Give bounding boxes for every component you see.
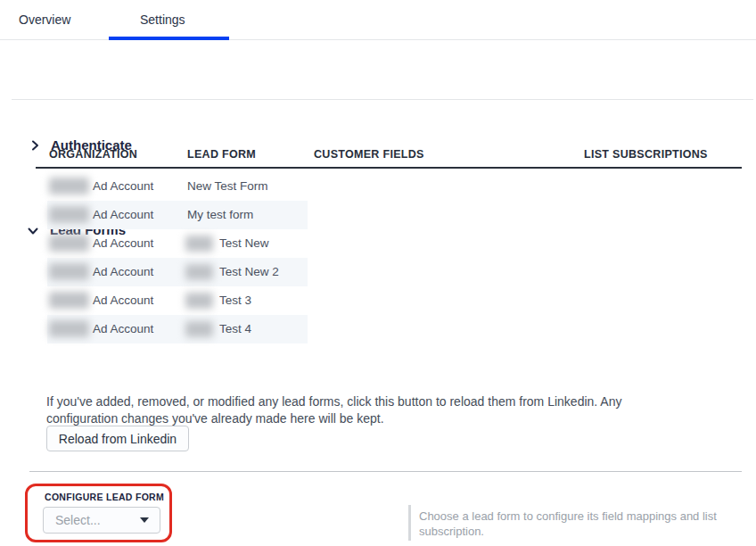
footer-divider — [29, 471, 742, 472]
organization-cell: Ad Account — [93, 258, 153, 286]
lead-form-cell: Test 3 — [219, 286, 251, 315]
reload-from-linkedin-button[interactable]: Reload from Linkedin — [46, 426, 189, 451]
redacted-org-id — [49, 263, 89, 280]
redacted-org-id — [49, 292, 89, 309]
redacted-org-id — [49, 206, 89, 223]
redacted-org-id — [49, 320, 89, 337]
tab-bar: Overview Settings — [0, 0, 756, 40]
organization-cell: Ad Account — [93, 172, 153, 201]
redacted-org-id — [49, 235, 89, 252]
table-row: Ad Account Test New 2 — [47, 258, 308, 286]
organization-cell: Ad Account — [93, 229, 153, 258]
table-header-rule — [36, 167, 742, 169]
lead-form-cell: My test form — [187, 201, 253, 229]
help-quote-bar — [408, 505, 411, 541]
tab-settings[interactable]: Settings — [140, 0, 185, 39]
table-row: Ad Account Test 3 — [47, 286, 308, 315]
organization-cell: Ad Account — [93, 201, 153, 229]
organization-cell: Ad Account — [93, 315, 153, 343]
caret-down-icon — [140, 517, 149, 523]
redacted-form-id — [185, 264, 213, 280]
section-divider — [12, 99, 753, 100]
redacted-org-id — [49, 178, 89, 194]
lead-form-cell: Test New 2 — [219, 258, 279, 286]
select-placeholder-value: Select... — [55, 508, 101, 533]
lead-form-select[interactable]: Select... — [43, 507, 160, 534]
select-help-text: Choose a lead form to configure its fiel… — [419, 509, 738, 539]
chevron-down-icon — [28, 226, 38, 236]
column-header-lead-form: LEAD FORM — [187, 148, 256, 161]
table-row: Ad Account New Test Form — [47, 172, 308, 201]
lead-form-cell: New Test Form — [187, 172, 268, 201]
redacted-form-id — [185, 236, 213, 252]
lead-form-cell: Test New — [219, 229, 269, 258]
settings-page: Overview Settings Authenticate Lead Form… — [0, 0, 756, 546]
column-header-list-subscriptions: LIST SUBSCRIPTIONS — [584, 148, 708, 161]
section-lead-forms-toggle[interactable]: Lead Forms — [0, 109, 756, 136]
section-authenticate-toggle[interactable]: Authenticate — [0, 66, 756, 93]
redacted-form-id — [185, 321, 213, 337]
table-row: Ad Account Test New — [47, 229, 308, 258]
table-row: Ad Account My test form — [47, 201, 308, 229]
column-header-organization: ORGANIZATION — [49, 148, 137, 161]
table-row: Ad Account Test 4 — [47, 315, 308, 343]
reload-description: If you've added, removed, or modified an… — [46, 393, 681, 427]
chevron-right-icon — [29, 140, 40, 151]
configure-lead-form-label: CONFIGURE LEAD FORM — [45, 492, 164, 502]
active-tab-indicator — [109, 37, 229, 40]
lead-form-cell: Test 4 — [219, 315, 251, 343]
redacted-form-id — [185, 293, 213, 309]
column-header-customer-fields: CUSTOMER FIELDS — [314, 148, 424, 161]
tab-overview[interactable]: Overview — [19, 0, 70, 39]
organization-cell: Ad Account — [93, 286, 153, 315]
